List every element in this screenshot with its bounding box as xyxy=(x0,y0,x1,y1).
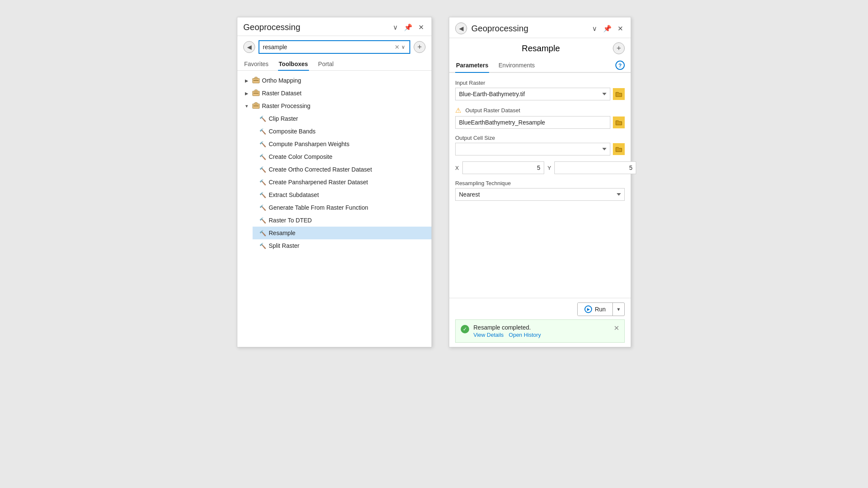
output-raster-input[interactable] xyxy=(455,116,610,129)
tree-item-clip-raster[interactable]: 🔨 Clip Raster xyxy=(253,112,431,125)
svg-rect-2 xyxy=(253,80,259,81)
tool-icon: 🔨 xyxy=(259,152,267,161)
input-raster-folder-button[interactable] xyxy=(613,88,625,100)
collapse-button[interactable]: ∨ xyxy=(391,22,400,32)
help-icon[interactable]: ? xyxy=(615,61,625,70)
success-links: View Details Open History xyxy=(473,332,609,338)
success-close-button[interactable]: ✕ xyxy=(614,324,619,332)
tool-icon: 🔨 xyxy=(259,178,267,186)
run-play-icon: ▶ xyxy=(584,305,592,313)
run-dropdown-button[interactable]: ▼ xyxy=(613,304,624,314)
resampling-group: Resampling Technique Nearest xyxy=(455,180,625,201)
output-cell-size-folder-button[interactable] xyxy=(613,143,625,155)
right-add-button[interactable]: + xyxy=(613,42,625,54)
tool-icon: 🔨 xyxy=(259,140,267,148)
right-geoprocessing-panel: ◀ Geoprocessing ∨ 📌 ✕ Resample + Paramet… xyxy=(449,17,631,347)
tool-icon: 🔨 xyxy=(259,216,267,225)
svg-rect-5 xyxy=(253,93,259,94)
search-box: ✕ ∨ xyxy=(259,40,410,54)
back-button[interactable]: ◀ xyxy=(243,41,255,53)
tool-title-area: Resample + xyxy=(449,38,631,58)
tree-item-create-color-composite[interactable]: 🔨 Create Color Composite xyxy=(253,150,431,163)
tree-item-raster-dataset[interactable]: ▶ Raster Dataset xyxy=(237,87,431,100)
left-panel-header: Geoprocessing ∨ 📌 ✕ xyxy=(237,17,431,36)
output-label-row: ⚠ Output Raster Dataset xyxy=(455,106,625,114)
right-back-button[interactable]: ◀ xyxy=(455,22,467,34)
r-tabs-left: Parameters Environments xyxy=(455,58,536,72)
search-clear-button[interactable]: ✕ xyxy=(394,44,401,50)
tree-item-composite-bands[interactable]: 🔨 Composite Bands xyxy=(253,125,431,138)
open-history-link[interactable]: Open History xyxy=(509,332,541,338)
tab-favorites[interactable]: Favorites xyxy=(243,58,270,71)
success-message: Resample completed. xyxy=(473,324,609,331)
search-input[interactable] xyxy=(263,44,394,50)
output-cell-size-select[interactable] xyxy=(455,143,610,155)
tree-label-composite-bands: Composite Bands xyxy=(269,128,316,135)
right-collapse-button[interactable]: ∨ xyxy=(590,24,599,33)
search-row: ◀ ✕ ∨ + xyxy=(237,36,431,58)
tree-label-generate-table: Generate Table From Raster Function xyxy=(269,204,368,211)
tree-label-raster-dataset: Raster Dataset xyxy=(262,90,301,97)
left-header-controls: ∨ 📌 ✕ xyxy=(391,22,426,32)
run-button[interactable]: ▶ Run xyxy=(578,303,613,316)
tree-label-create-ortho: Create Ortho Corrected Raster Dataset xyxy=(269,166,372,173)
svg-text:🔨: 🔨 xyxy=(259,141,266,147)
tool-icon: 🔨 xyxy=(259,165,267,174)
tree-label-raster-to-dted: Raster To DTED xyxy=(269,217,312,224)
tool-icon: 🔨 xyxy=(259,114,267,123)
x-label: X xyxy=(455,165,459,171)
output-raster-row xyxy=(455,116,625,129)
x-input[interactable] xyxy=(462,161,544,174)
tab-toolboxes[interactable]: Toolboxes xyxy=(278,58,309,71)
run-label: Run xyxy=(595,306,606,313)
right-pin-button[interactable]: 📌 xyxy=(601,24,613,33)
search-dropdown-button[interactable]: ∨ xyxy=(401,44,406,50)
close-button[interactable]: ✕ xyxy=(417,22,426,32)
add-button[interactable]: + xyxy=(414,41,426,53)
tree-label-split-raster: Split Raster xyxy=(269,242,299,249)
tree-label-clip-raster: Clip Raster xyxy=(269,115,298,122)
tree-label-create-color-composite: Create Color Composite xyxy=(269,153,332,160)
tree-item-raster-processing[interactable]: ▼ Raster Processing xyxy=(237,100,431,112)
svg-rect-7 xyxy=(255,103,257,104)
xy-row: X Y xyxy=(455,161,625,174)
success-icon: ✓ xyxy=(461,325,469,333)
tree-item-extract-subdataset[interactable]: 🔨 Extract Subdataset xyxy=(253,189,431,201)
toolbox-icon xyxy=(252,76,260,85)
right-close-button[interactable]: ✕ xyxy=(616,24,625,33)
output-cell-size-group: Output Cell Size xyxy=(455,135,625,155)
tree-item-ortho-mapping[interactable]: ▶ Ortho Mapping xyxy=(237,74,431,87)
svg-text:🔨: 🔨 xyxy=(259,179,266,186)
left-geoprocessing-panel: Geoprocessing ∨ 📌 ✕ ◀ ✕ ∨ + Favorites To… xyxy=(237,17,432,347)
tree-item-split-raster[interactable]: 🔨 Split Raster xyxy=(253,239,431,252)
tab-environments[interactable]: Environments xyxy=(498,58,536,73)
input-raster-select[interactable]: Blue-Earth-Bathymetry.tif xyxy=(455,88,610,100)
success-banner: ✓ Resample completed. View Details Open … xyxy=(455,319,625,343)
right-panel-title: Geoprocessing xyxy=(471,24,529,33)
tree-item-create-pansharpened[interactable]: 🔨 Create Pansharpened Raster Dataset xyxy=(253,176,431,189)
tree-item-compute-pansharpen[interactable]: 🔨 Compute Pansharpen Weights xyxy=(253,138,431,150)
right-header-left: ◀ Geoprocessing xyxy=(455,22,529,34)
tree-item-create-ortho[interactable]: 🔨 Create Ortho Corrected Raster Dataset xyxy=(253,163,431,176)
y-label: Y xyxy=(548,165,551,171)
tab-parameters[interactable]: Parameters xyxy=(455,58,489,73)
output-cell-size-label: Output Cell Size xyxy=(455,135,625,141)
tree-item-resample[interactable]: 🔨 Resample xyxy=(253,227,431,239)
resampling-select[interactable]: Nearest xyxy=(455,188,625,201)
output-cell-size-row xyxy=(455,143,625,155)
y-input[interactable] xyxy=(554,161,636,174)
right-panel-header: ◀ Geoprocessing ∨ 📌 ✕ xyxy=(449,17,631,38)
expand-icon: ▼ xyxy=(243,103,250,109)
tab-portal[interactable]: Portal xyxy=(317,58,335,71)
output-raster-folder-button[interactable] xyxy=(613,116,625,128)
tree-label-extract-subdataset: Extract Subdataset xyxy=(269,191,319,198)
tree-item-raster-to-dted[interactable]: 🔨 Raster To DTED xyxy=(253,214,431,227)
tree-label-compute-pansharpen: Compute Pansharpen Weights xyxy=(269,141,349,147)
pin-button[interactable]: 📌 xyxy=(402,22,414,32)
tool-icon: 🔨 xyxy=(259,229,267,237)
toolbox-icon xyxy=(252,102,260,110)
tree-item-generate-table[interactable]: 🔨 Generate Table From Raster Function xyxy=(253,201,431,214)
right-tabs-row: Parameters Environments ? xyxy=(449,58,631,73)
view-details-link[interactable]: View Details xyxy=(473,332,504,338)
output-raster-group: ⚠ Output Raster Dataset xyxy=(455,106,625,129)
